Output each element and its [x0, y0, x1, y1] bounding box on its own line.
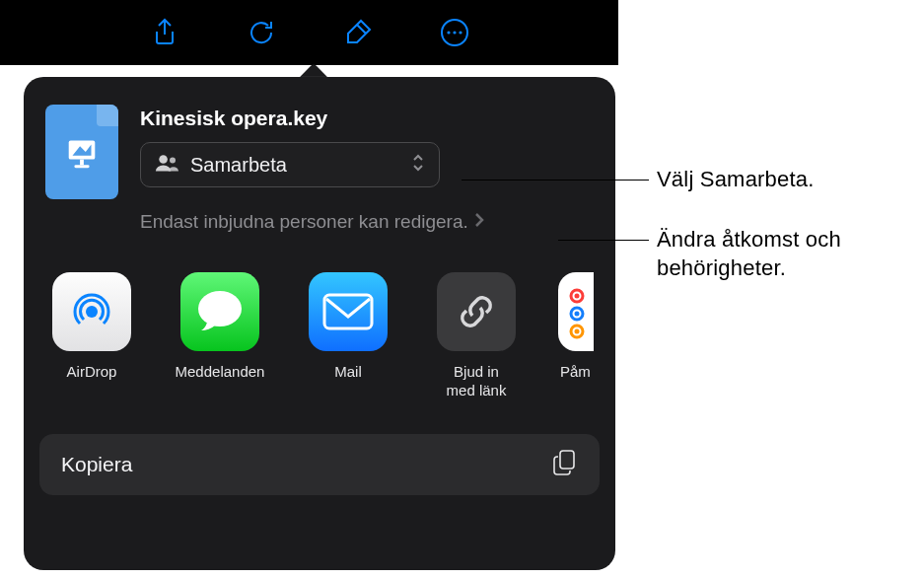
svg-rect-12: [324, 295, 372, 328]
document-thumbnail: [45, 105, 118, 199]
callout-panel: [618, 0, 924, 579]
svg-point-14: [575, 294, 580, 299]
document-header: Kinesisk opera.key Samarbeta Endast inbj…: [45, 105, 594, 233]
share-target-label: Påm: [558, 363, 594, 382]
svg-rect-6: [80, 160, 84, 166]
callout-collab: Välj Samarbeta.: [657, 166, 815, 194]
share-icon[interactable]: [148, 16, 181, 49]
svg-point-2: [453, 31, 456, 34]
svg-point-8: [159, 155, 168, 164]
share-target-mail[interactable]: Mail: [302, 272, 394, 400]
copy-label: Kopiera: [61, 453, 132, 476]
collaboration-mode-select[interactable]: Samarbeta: [140, 142, 440, 187]
svg-point-9: [170, 157, 176, 163]
share-target-label: Bjud in med länk: [430, 363, 523, 400]
messages-icon: [180, 272, 259, 351]
app-toolbar: [0, 0, 618, 65]
share-sheet: Kinesisk opera.key Samarbeta Endast inbj…: [24, 77, 615, 570]
undo-icon[interactable]: [245, 16, 278, 49]
svg-rect-7: [74, 165, 89, 168]
collaboration-mode-label: Samarbeta: [190, 154, 399, 177]
share-target-label: Meddelanden: [174, 363, 266, 382]
copy-icon: [552, 449, 578, 480]
mail-icon: [309, 272, 388, 351]
svg-point-10: [86, 306, 98, 318]
share-target-label: AirDrop: [45, 363, 138, 382]
more-icon[interactable]: [438, 16, 471, 49]
permissions-summary-text: Endast inbjudna personer kan redigera.: [140, 211, 468, 233]
airdrop-icon: [52, 272, 131, 351]
share-target-messages[interactable]: Meddelanden: [174, 272, 266, 400]
svg-point-18: [575, 329, 580, 334]
copy-action-row[interactable]: Kopiera: [39, 434, 600, 495]
chevron-up-down-icon: [411, 153, 425, 177]
reminders-icon: [558, 272, 594, 351]
share-target-label: Mail: [302, 363, 394, 382]
share-target-airdrop[interactable]: AirDrop: [45, 272, 138, 400]
permissions-summary-row[interactable]: Endast inbjudna personer kan redigera.: [140, 211, 594, 233]
callout-line: [462, 180, 649, 181]
share-target-reminders[interactable]: Påm: [558, 272, 594, 400]
svg-point-16: [575, 312, 580, 317]
share-target-invite-link[interactable]: Bjud in med länk: [430, 272, 523, 400]
document-meta: Kinesisk opera.key Samarbeta Endast inbj…: [140, 105, 594, 233]
svg-rect-19: [560, 451, 574, 469]
svg-point-11: [198, 291, 242, 326]
callout-permissions: Ändra åtkomst och behörigheter.: [657, 226, 903, 282]
link-icon: [437, 272, 516, 351]
callout-line: [558, 240, 649, 241]
svg-point-3: [459, 31, 462, 34]
chevron-right-icon: [474, 212, 484, 232]
people-icon: [155, 153, 178, 177]
paintbrush-icon[interactable]: [341, 16, 375, 49]
document-title: Kinesisk opera.key: [140, 107, 594, 130]
share-targets-row: AirDrop Meddelanden Mail: [45, 272, 594, 400]
svg-point-1: [447, 31, 450, 34]
